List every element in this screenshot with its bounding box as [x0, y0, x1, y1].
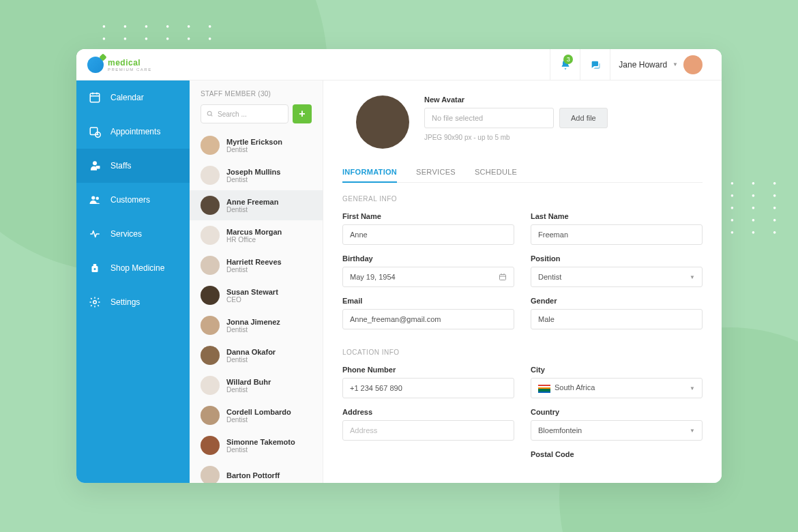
add-file-button[interactable]: Add file [559, 108, 608, 128]
position-select[interactable]: Dentist▼ [531, 267, 703, 287]
notifications-button[interactable]: 3 [550, 49, 580, 80]
gender-input[interactable]: Male [531, 309, 703, 329]
nav-label: Staffs [110, 161, 131, 171]
staff-item[interactable]: Joseph MullinsDentist [190, 160, 323, 190]
email-input[interactable]: Anne_freeman@gmail.com [342, 309, 514, 329]
nav-label: Calendar [110, 93, 144, 102]
sidebar: CalendarAppointmentsStaffsCustomersServi… [76, 80, 190, 483]
staff-role: Dentist [226, 266, 282, 274]
svg-point-14 [93, 301, 97, 304]
tab-information[interactable]: INFORMATION [342, 162, 397, 183]
firstname-input[interactable]: Anne [342, 224, 514, 245]
staff-item[interactable]: Marcus MorganHR Office [190, 220, 323, 250]
profile-avatar [356, 95, 409, 149]
main-content: New Avatar No file selected Add file JPE… [323, 80, 722, 483]
nav-label: Shop Medicine [110, 263, 164, 273]
tabs: INFORMATIONSERVICESSCHEDULE [342, 162, 703, 183]
staff-item[interactable]: Anne FreemanDentist [190, 190, 323, 220]
staff-role: Dentist [226, 206, 278, 213]
svg-rect-4 [90, 128, 98, 135]
lastname-input[interactable]: Freeman [531, 224, 703, 245]
staff-item[interactable]: Barton Pottorff [190, 460, 323, 483]
chevron-down-icon: ▼ [690, 428, 695, 434]
tab-schedule[interactable]: SCHEDULE [475, 162, 517, 182]
logo-text: medical [108, 58, 152, 68]
add-staff-button[interactable]: + [293, 104, 312, 123]
staff-list-panel: STAFF MEMBER (30) Search ... + Myrtle Er… [190, 80, 323, 483]
staff-name: Susan Stewart [226, 288, 278, 296]
staff-avatar [201, 226, 220, 245]
staff-item[interactable]: Jonna JimenezDentist [190, 310, 323, 340]
staff-item[interactable]: Cordell LombardoDentist [190, 400, 323, 430]
staff-name: Joseph Mullins [226, 168, 280, 176]
staff-name: Simonne Takemoto [226, 438, 295, 446]
staff-role: CEO [226, 296, 278, 304]
chevron-down-icon: ▼ [690, 274, 695, 280]
svg-rect-0 [90, 93, 100, 102]
staff-name: Cordell Lombardo [226, 408, 291, 416]
chevron-down-icon: ▼ [690, 385, 695, 391]
svg-point-6 [93, 161, 97, 165]
staff-role: Dentist [226, 446, 295, 454]
nav-icon [89, 160, 101, 172]
sidebar-item-customers[interactable]: Customers [76, 183, 190, 217]
sidebar-item-appointments[interactable]: Appointments [76, 115, 190, 149]
section-general: GENERAL INFO [342, 195, 703, 203]
staff-list-header: STAFF MEMBER (30) [190, 80, 323, 104]
staff-name: Danna Okafor [226, 348, 276, 356]
sidebar-item-staffs[interactable]: Staffs [76, 149, 190, 183]
search-placeholder: Search ... [218, 110, 247, 118]
phone-input[interactable]: +1 234 567 890 [342, 378, 514, 398]
nav-label: Settings [110, 297, 140, 307]
staff-item[interactable]: Harriett ReevesDentist [190, 250, 323, 280]
svg-rect-11 [93, 264, 97, 267]
svg-point-8 [91, 196, 95, 199]
plus-icon: + [299, 108, 305, 120]
avatar-label: New Avatar [424, 95, 703, 104]
staff-item[interactable]: Willard BuhrDentist [190, 370, 323, 400]
staff-item[interactable]: Myrtle EricksonDentist [190, 130, 323, 160]
sidebar-item-settings[interactable]: Settings [76, 285, 190, 319]
search-input[interactable]: Search ... [201, 104, 289, 123]
chat-button[interactable] [580, 49, 610, 80]
sidebar-item-calendar[interactable]: Calendar [76, 80, 190, 115]
calendar-icon [499, 273, 507, 281]
file-hint: JPEG 90x90 px - up to 5 mb [424, 134, 703, 141]
nav-label: Appointments [110, 127, 160, 136]
staff-item[interactable]: Susan StewartCEO [190, 280, 323, 310]
staff-role: Dentist [226, 386, 271, 394]
sidebar-item-services[interactable]: Services [76, 217, 190, 251]
section-location: LOCATION INFO [342, 349, 703, 356]
city-select[interactable]: South Africa▼ [531, 378, 703, 398]
address-input[interactable]: Address [342, 420, 514, 441]
svg-rect-7 [96, 166, 100, 169]
staff-item[interactable]: Danna OkaforDentist [190, 340, 323, 370]
staff-role: Dentist [226, 416, 291, 424]
logo-icon [87, 57, 104, 73]
staff-name: Jonna Jimenez [226, 318, 280, 326]
staff-avatar [201, 286, 220, 305]
notification-badge: 3 [563, 55, 573, 64]
chat-icon [590, 59, 601, 70]
logo[interactable]: medical PREMIUM CARE [87, 57, 152, 73]
app-window: medical PREMIUM CARE 3 Jane Howard ▼ Cal… [76, 49, 722, 483]
nav-icon [89, 296, 101, 308]
nav-icon [89, 125, 101, 138]
logo-sub: PREMIUM CARE [108, 68, 152, 72]
nav-icon [89, 194, 101, 206]
user-menu[interactable]: Jane Howard ▼ [610, 49, 711, 80]
tab-services[interactable]: SERVICES [416, 162, 456, 182]
svg-point-15 [207, 111, 211, 115]
flag-icon [538, 385, 550, 393]
file-input[interactable]: No file selected [424, 108, 554, 128]
staff-role: Dentist [226, 176, 280, 183]
nav-label: Services [110, 229, 142, 239]
birthday-input[interactable]: May 19, 1954 [342, 267, 514, 287]
country-select[interactable]: Bloemfontein▼ [531, 420, 703, 441]
sidebar-item-shop-medicine[interactable]: Shop Medicine [76, 251, 190, 285]
staff-name: Barton Pottorff [226, 471, 280, 479]
staff-avatar [201, 316, 220, 335]
staff-item[interactable]: Simonne TakemotoDentist [190, 430, 323, 460]
staff-role: Dentist [226, 146, 282, 153]
staff-avatar [201, 196, 220, 215]
